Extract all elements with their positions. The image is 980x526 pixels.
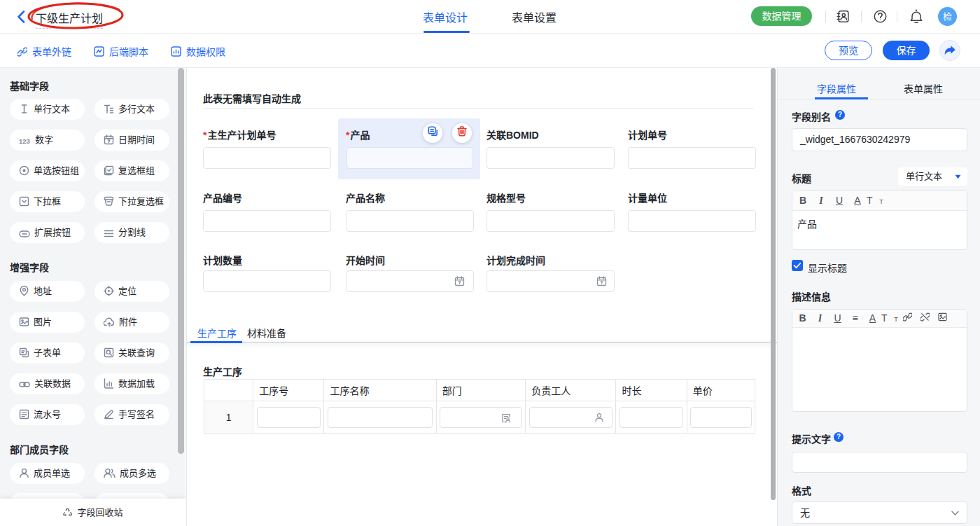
svg-text:123: 123 [19,137,30,145]
